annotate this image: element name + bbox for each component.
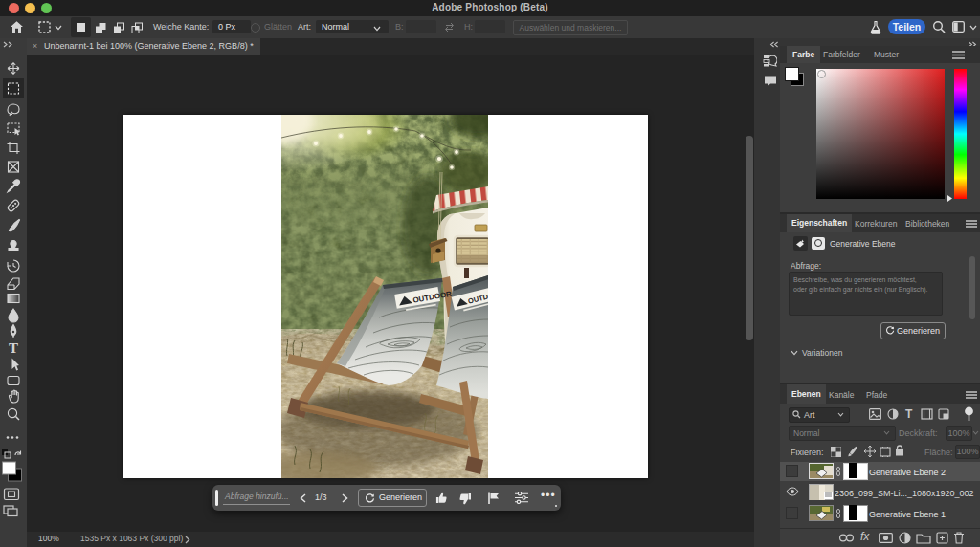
svg-text:T: T [9,340,18,356]
